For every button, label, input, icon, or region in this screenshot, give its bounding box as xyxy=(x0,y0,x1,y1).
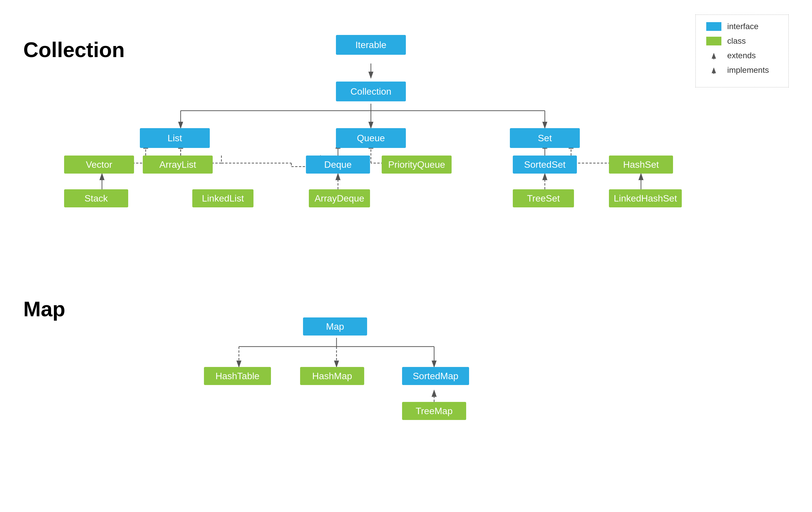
sortedset-node: SortedSet xyxy=(513,155,577,174)
legend-class: class xyxy=(706,36,778,46)
map-node: Map xyxy=(303,318,367,335)
treemap-node: TreeMap xyxy=(402,402,466,420)
hashmap-node: HashMap xyxy=(300,367,364,385)
vector-node: Vector xyxy=(64,155,134,174)
set-node: Set xyxy=(510,128,580,148)
collection-node: Collection xyxy=(336,82,406,101)
hashtable-node: HashTable xyxy=(204,367,271,385)
linkedhashset-node: LinkedHashSet xyxy=(609,189,682,207)
iterable-node: Iterable xyxy=(336,35,406,55)
priorityqueue-node: PriorityQueue xyxy=(382,155,452,174)
legend-interface-label: interface xyxy=(727,22,758,31)
legend-interface-color xyxy=(706,22,721,31)
queue-node: Queue xyxy=(336,128,406,148)
legend-class-color xyxy=(706,37,721,46)
list-node: List xyxy=(140,128,210,148)
legend-extends: extends xyxy=(706,51,778,60)
legend-extends-label: extends xyxy=(727,51,756,60)
extends-arrow-icon xyxy=(706,51,721,60)
legend-interface: interface xyxy=(706,22,778,31)
arraylist-node: ArrayList xyxy=(143,155,213,174)
hashset-node: HashSet xyxy=(609,155,673,174)
sortedmap-node: SortedMap xyxy=(402,367,469,385)
legend-implements-label: implements xyxy=(727,65,769,75)
collection-title: Collection xyxy=(23,38,125,62)
legend-class-label: class xyxy=(727,36,746,46)
deque-node: Deque xyxy=(306,155,370,174)
stack-node: Stack xyxy=(64,189,128,207)
legend: interface class extends xyxy=(695,14,789,87)
arraydeque-node: ArrayDeque xyxy=(309,189,370,207)
treeset-node: TreeSet xyxy=(513,189,574,207)
linkedlist-node: LinkedList xyxy=(192,189,254,207)
implements-arrow-icon xyxy=(706,66,721,74)
legend-implements: implements xyxy=(706,65,778,75)
map-title: Map xyxy=(23,297,65,321)
